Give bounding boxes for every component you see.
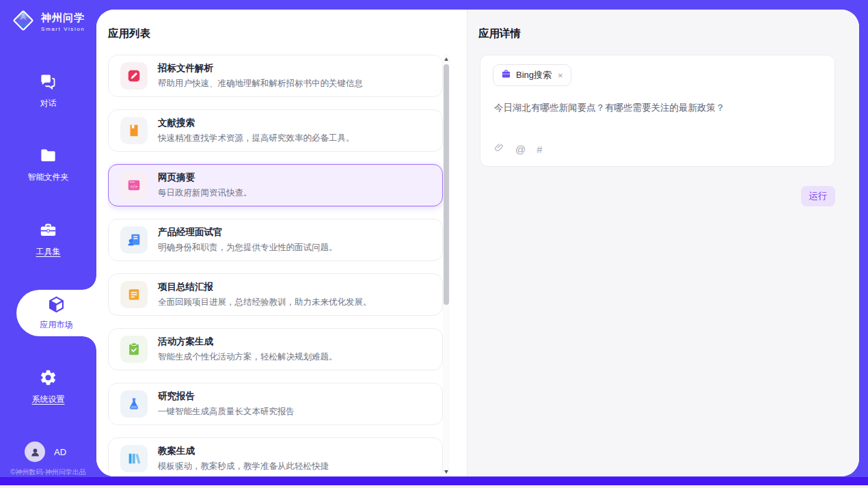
- query-text[interactable]: 今日湖北有哪些新闻要点？有哪些需要关注的最新政策？: [494, 102, 821, 114]
- app-name: 活动方案生成: [158, 336, 338, 348]
- sidebar: 神州问学 Smart Vision 对话 智能文件夹 工具集: [0, 0, 96, 485]
- app-list-title: 应用列表: [108, 27, 150, 41]
- content-panel: 应用列表 招标文件解析帮助用户快速、准确地理解和解析招标书中的关键信息文献搜索快…: [96, 10, 859, 476]
- app-detail-section: 应用详情 Bing搜索 × 今日湖北有哪些新闻要点？有哪些需要关注的最新政策？ …: [467, 10, 859, 476]
- user-profile[interactable]: AD: [25, 442, 66, 462]
- book-icon: [120, 117, 148, 144]
- app-name: 文献搜索: [158, 117, 355, 129]
- app-description: 一键智能生成高质量长文本研究报告: [158, 406, 295, 418]
- hash-icon[interactable]: #: [537, 144, 542, 154]
- sidebar-item-label: 智能文件夹: [28, 172, 69, 183]
- avatar: [25, 442, 45, 462]
- chat-icon: [39, 72, 57, 94]
- browser-code-icon: </>: [120, 172, 148, 199]
- folder-icon: [39, 146, 57, 167]
- list-item[interactable]: 项目总结汇报全面回顾项目进展，总结经验教训，助力未来优化发展。: [108, 273, 443, 316]
- sidebar-item-toolset[interactable]: 工具集: [0, 221, 96, 258]
- app-description: 快速精准查找学术资源，提高研究效率的必备工具。: [158, 133, 355, 144]
- sidebar-item-label: 工具集: [36, 246, 61, 258]
- list-item[interactable]: 产品经理面试官明确身份和职责，为您提供专业性的面试问题。: [108, 219, 443, 261]
- list-item[interactable]: </>网页摘要每日政府新闻资讯快查。: [108, 164, 443, 206]
- close-icon[interactable]: ×: [558, 71, 563, 80]
- paperclip-icon[interactable]: [494, 143, 504, 156]
- sidebar-item-smart-folder[interactable]: 智能文件夹: [0, 146, 96, 183]
- list-item[interactable]: 研究报告一键智能生成高质量长文本研究报告: [108, 383, 443, 425]
- list-item[interactable]: 文献搜索快速精准查找学术资源，提高研究效率的必备工具。: [108, 109, 443, 152]
- app-name: 招标文件解析: [158, 62, 363, 74]
- app-name: 网页摘要: [158, 172, 252, 184]
- attachment-toolbar: @ #: [494, 143, 543, 156]
- gear-icon: [39, 368, 57, 390]
- list-item[interactable]: 活动方案生成智能生成个性化活动方案，轻松解决规划难题。: [108, 328, 443, 370]
- brand-logo: 神州问学 Smart Vision: [11, 8, 85, 36]
- svg-text:</>: </>: [131, 184, 138, 189]
- toolbox-icon: [39, 221, 57, 242]
- app-description: 明确身份和职责，为您提供专业性的面试问题。: [158, 242, 338, 254]
- sidebar-item-label: 应用市场: [40, 319, 73, 331]
- cube-icon: [47, 295, 66, 316]
- scrollbar[interactable]: [443, 55, 450, 476]
- app-name: 项目总结汇报: [158, 281, 372, 293]
- avatar-person-icon: [29, 446, 41, 458]
- brand-diamond-icon: [11, 8, 36, 36]
- brand-subtitle: Smart Vision: [41, 26, 85, 32]
- sidebar-item-app-market[interactable]: 应用市场: [16, 290, 96, 336]
- list-item[interactable]: 招标文件解析帮助用户快速、准确地理解和解析招标书中的关键信息: [108, 55, 443, 97]
- pen-square-icon: [120, 62, 148, 90]
- app-description: 全面回顾项目进展，总结经验教训，助力未来优化发展。: [158, 297, 372, 308]
- sidebar-item-label: 对话: [40, 98, 57, 109]
- sidebar-item-settings[interactable]: 系统设置: [0, 368, 96, 405]
- app-description: 帮助用户快速、准确地理解和解析招标书中的关键信息: [158, 78, 363, 90]
- briefcase-icon: [501, 69, 511, 82]
- app-list: 招标文件解析帮助用户快速、准确地理解和解析招标书中的关键信息文献搜索快速精准查找…: [108, 55, 443, 476]
- app-description: 模板驱动，教案秒成，教学准备从此轻松快捷: [158, 461, 329, 472]
- books-icon: [120, 445, 148, 472]
- list-item[interactable]: 教案生成模板驱动，教案秒成，教学准备从此轻松快捷: [108, 437, 443, 476]
- tool-chip-bing-search[interactable]: Bing搜索 ×: [493, 64, 571, 86]
- app-description: 每日政府新闻资讯快查。: [158, 187, 252, 199]
- sidebar-item-label: 系统设置: [32, 394, 65, 405]
- sidebar-item-chat[interactable]: 对话: [0, 72, 96, 109]
- app-name: 教案生成: [158, 445, 329, 457]
- flask-icon: [120, 390, 148, 418]
- user-name: AD: [54, 447, 66, 457]
- app-window: 神州问学 Smart Vision 对话 智能文件夹 工具集: [0, 0, 868, 488]
- at-icon[interactable]: @: [515, 144, 526, 154]
- scroll-up-arrow-icon[interactable]: [443, 55, 450, 63]
- copyright-footer: ©神州数码·神州问学出品: [0, 467, 96, 477]
- clipboard-check-icon: [120, 336, 148, 363]
- app-list-section: 应用列表 招标文件解析帮助用户快速、准确地理解和解析招标书中的关键信息文献搜索快…: [96, 10, 467, 476]
- query-input-card[interactable]: Bing搜索 × 今日湖北有哪些新闻要点？有哪些需要关注的最新政策？ @ #: [480, 55, 835, 167]
- app-name: 研究报告: [158, 390, 295, 403]
- app-detail-title: 应用详情: [478, 27, 521, 41]
- brand-name: 神州问学: [41, 12, 85, 25]
- app-description: 智能生成个性化活动方案，轻松解决规划难题。: [158, 351, 338, 363]
- scroll-down-arrow-icon[interactable]: [443, 467, 450, 476]
- run-button[interactable]: 运行: [801, 186, 835, 206]
- scrollbar-thumb[interactable]: [444, 64, 449, 305]
- bottom-accent-bar: [0, 477, 868, 485]
- note-icon: [120, 281, 148, 308]
- tool-chip-label: Bing搜索: [516, 69, 552, 81]
- interview-icon: [120, 226, 148, 254]
- app-name: 产品经理面试官: [158, 226, 338, 239]
